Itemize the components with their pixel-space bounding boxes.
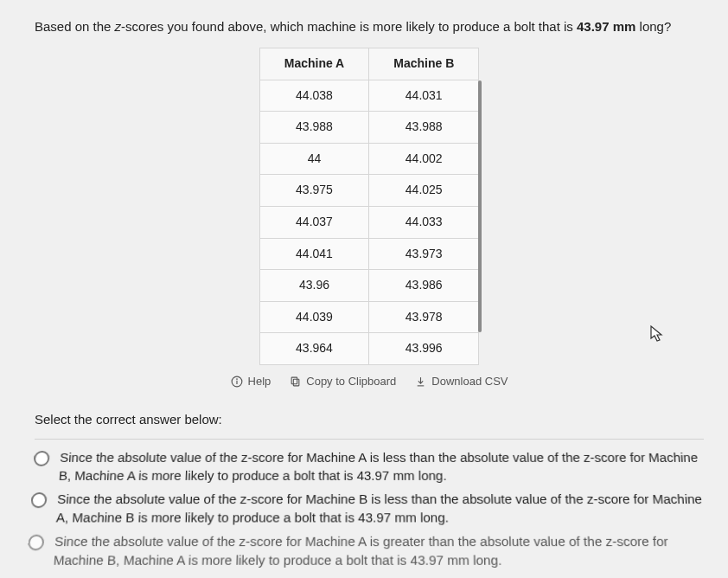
question-pre: Based on the xyxy=(35,19,115,34)
question-value: 43.97 mm xyxy=(577,19,635,34)
clipboard-icon xyxy=(290,376,301,388)
col-header-a: Machine A xyxy=(259,48,369,80)
help-button[interactable]: Help xyxy=(231,374,271,389)
radio-b[interactable] xyxy=(30,492,47,508)
scrollbar[interactable] xyxy=(478,80,482,332)
table-actions: Help Copy to Clipboard Download CSV xyxy=(35,374,704,389)
choice-c-text: Since the absolute value of the z-score … xyxy=(53,532,712,569)
copy-button[interactable]: Copy to Clipboard xyxy=(290,374,396,389)
table-cell: 43.96 xyxy=(259,270,369,302)
table-cell: 44.002 xyxy=(369,143,479,175)
svg-rect-4 xyxy=(291,377,297,384)
table-row: 44.04143.973 xyxy=(259,238,479,270)
col-header-b: Machine B xyxy=(369,48,479,80)
svg-point-2 xyxy=(236,379,237,380)
table-cell: 44.025 xyxy=(369,175,479,207)
table-cell: 43.996 xyxy=(369,333,479,365)
table-row: 44.03943.978 xyxy=(259,301,479,333)
data-table: Machine A Machine B 44.03844.03143.98843… xyxy=(259,48,480,365)
table-cell: 44.037 xyxy=(259,206,369,238)
table-cell: 43.975 xyxy=(259,175,369,207)
radio-a[interactable] xyxy=(34,451,50,466)
table-cell: 43.973 xyxy=(369,238,479,270)
table-row: 43.97544.025 xyxy=(259,175,479,207)
download-csv-button[interactable]: Download CSV xyxy=(415,374,508,389)
table-cell: 43.988 xyxy=(369,112,479,144)
download-icon xyxy=(415,376,426,388)
svg-rect-3 xyxy=(294,379,300,386)
table-cell: 43.964 xyxy=(259,333,369,365)
table-cell: 44.033 xyxy=(369,206,479,238)
choice-list: Since the absolute value of the z-score … xyxy=(26,448,712,576)
table-cell: 44.038 xyxy=(259,80,369,112)
answer-prompt: Select the correct answer below: xyxy=(35,410,704,428)
choice-a-text: Since the absolute value of the z-score … xyxy=(58,448,706,485)
table-row: 43.9643.986 xyxy=(259,270,479,302)
table-cell: 43.978 xyxy=(369,301,479,333)
choice-a[interactable]: Since the absolute value of the z-score … xyxy=(32,448,706,485)
table-row: 44.03844.031 xyxy=(259,80,479,112)
choice-b[interactable]: Since the absolute value of the z-score … xyxy=(29,490,709,527)
question-post: long? xyxy=(635,19,671,34)
choice-c[interactable]: Since the absolute value of the z-score … xyxy=(26,532,712,569)
csv-label: Download CSV xyxy=(431,374,508,389)
help-label: Help xyxy=(248,374,271,389)
table-cell: 43.986 xyxy=(369,270,479,302)
table-cell: 44.031 xyxy=(369,80,479,112)
table-cell: 44.041 xyxy=(259,238,369,270)
divider xyxy=(35,439,704,440)
table-row: 44.03744.033 xyxy=(259,206,479,238)
radio-c[interactable] xyxy=(28,535,45,551)
table-row: 4444.002 xyxy=(259,143,479,175)
info-icon xyxy=(231,376,243,388)
question-text: Based on the z-scores you found above, w… xyxy=(35,17,704,35)
z-var: z xyxy=(115,19,122,34)
table-cell: 44.039 xyxy=(259,301,369,333)
choice-b-text: Since the absolute value of the z-score … xyxy=(55,490,709,527)
copy-label: Copy to Clipboard xyxy=(306,374,396,389)
table-row: 43.96443.996 xyxy=(259,333,479,365)
question-mid: -scores you found above, which machine i… xyxy=(121,19,577,34)
table-cell: 43.988 xyxy=(259,112,369,144)
table-row: 43.98843.988 xyxy=(259,112,479,144)
table-cell: 44 xyxy=(259,143,369,175)
